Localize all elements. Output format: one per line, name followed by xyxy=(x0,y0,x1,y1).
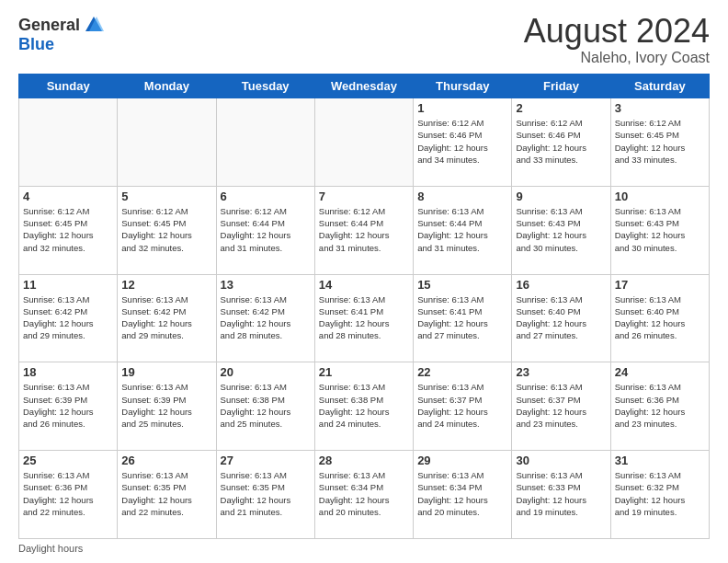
day-number: 1 xyxy=(417,101,507,115)
col-header-thursday: Thursday xyxy=(414,75,512,98)
day-number: 17 xyxy=(615,278,705,292)
calendar-cell: 4Sunrise: 6:12 AM Sunset: 6:45 PM Daylig… xyxy=(19,186,118,274)
day-number: 16 xyxy=(516,278,606,292)
day-number: 31 xyxy=(615,454,705,467)
day-number: 4 xyxy=(23,190,113,203)
day-number: 22 xyxy=(417,365,507,379)
calendar-cell: 18Sunrise: 6:13 AM Sunset: 6:39 PM Dayli… xyxy=(19,362,118,451)
day-info: Sunrise: 6:12 AM Sunset: 6:45 PM Dayligh… xyxy=(615,117,705,166)
calendar-cell: 23Sunrise: 6:13 AM Sunset: 6:37 PM Dayli… xyxy=(512,362,610,451)
calendar-cell: 10Sunrise: 6:13 AM Sunset: 6:43 PM Dayli… xyxy=(610,186,709,274)
calendar-cell xyxy=(216,98,314,187)
day-info: Sunrise: 6:13 AM Sunset: 6:38 PM Dayligh… xyxy=(221,381,311,430)
calendar-cell: 3Sunrise: 6:12 AM Sunset: 6:45 PM Daylig… xyxy=(610,98,709,187)
col-header-wednesday: Wednesday xyxy=(314,75,413,98)
day-info: Sunrise: 6:13 AM Sunset: 6:42 PM Dayligh… xyxy=(121,293,211,342)
day-number: 28 xyxy=(319,454,409,467)
day-number: 19 xyxy=(121,365,211,379)
calendar-cell: 5Sunrise: 6:12 AM Sunset: 6:45 PM Daylig… xyxy=(118,186,216,274)
day-info: Sunrise: 6:13 AM Sunset: 6:41 PM Dayligh… xyxy=(417,293,507,342)
footer: Daylight hours xyxy=(18,543,710,554)
logo-general: General xyxy=(18,16,80,35)
calendar-cell xyxy=(19,98,118,187)
day-info: Sunrise: 6:13 AM Sunset: 6:36 PM Dayligh… xyxy=(615,381,705,430)
calendar-cell: 26Sunrise: 6:13 AM Sunset: 6:35 PM Dayli… xyxy=(118,451,216,539)
calendar-cell: 22Sunrise: 6:13 AM Sunset: 6:37 PM Dayli… xyxy=(414,362,512,451)
day-info: Sunrise: 6:12 AM Sunset: 6:46 PM Dayligh… xyxy=(417,117,507,166)
calendar-cell: 8Sunrise: 6:13 AM Sunset: 6:44 PM Daylig… xyxy=(414,186,512,274)
logo-icon xyxy=(84,15,104,35)
calendar-cell: 31Sunrise: 6:13 AM Sunset: 6:32 PM Dayli… xyxy=(610,451,709,539)
day-number: 24 xyxy=(615,365,705,379)
day-number: 30 xyxy=(516,454,606,467)
calendar-cell: 12Sunrise: 6:13 AM Sunset: 6:42 PM Dayli… xyxy=(118,274,216,362)
day-number: 15 xyxy=(417,278,507,292)
day-number: 14 xyxy=(319,278,409,292)
calendar-cell: 24Sunrise: 6:13 AM Sunset: 6:36 PM Dayli… xyxy=(610,362,709,451)
day-number: 25 xyxy=(23,454,113,467)
day-number: 29 xyxy=(417,454,507,467)
calendar-cell: 2Sunrise: 6:12 AM Sunset: 6:46 PM Daylig… xyxy=(512,98,610,187)
calendar-cell: 16Sunrise: 6:13 AM Sunset: 6:40 PM Dayli… xyxy=(512,274,610,362)
day-info: Sunrise: 6:13 AM Sunset: 6:42 PM Dayligh… xyxy=(221,293,311,342)
day-number: 6 xyxy=(221,190,311,203)
day-info: Sunrise: 6:13 AM Sunset: 6:43 PM Dayligh… xyxy=(516,205,606,254)
calendar-cell: 14Sunrise: 6:13 AM Sunset: 6:41 PM Dayli… xyxy=(314,274,413,362)
day-number: 11 xyxy=(23,278,113,292)
calendar-cell: 13Sunrise: 6:13 AM Sunset: 6:42 PM Dayli… xyxy=(216,274,314,362)
calendar-cell: 25Sunrise: 6:13 AM Sunset: 6:36 PM Dayli… xyxy=(19,451,118,539)
calendar-cell: 17Sunrise: 6:13 AM Sunset: 6:40 PM Dayli… xyxy=(610,274,709,362)
calendar-table: SundayMondayTuesdayWednesdayThursdayFrid… xyxy=(18,74,710,539)
title-block: August 2024 Naleho, Ivory Coast xyxy=(524,15,710,66)
day-info: Sunrise: 6:13 AM Sunset: 6:40 PM Dayligh… xyxy=(516,293,606,342)
logo-blue: Blue xyxy=(18,35,54,54)
calendar-cell: 21Sunrise: 6:13 AM Sunset: 6:38 PM Dayli… xyxy=(314,362,413,451)
calendar-cell: 20Sunrise: 6:13 AM Sunset: 6:38 PM Dayli… xyxy=(216,362,314,451)
page: General Blue August 2024 Naleho, Ivory C… xyxy=(0,0,728,563)
day-number: 10 xyxy=(615,190,705,203)
day-number: 23 xyxy=(516,365,606,379)
col-header-tuesday: Tuesday xyxy=(216,75,314,98)
header: General Blue August 2024 Naleho, Ivory C… xyxy=(18,15,710,66)
day-info: Sunrise: 6:13 AM Sunset: 6:37 PM Dayligh… xyxy=(417,381,507,430)
day-number: 8 xyxy=(417,190,507,203)
day-info: Sunrise: 6:13 AM Sunset: 6:42 PM Dayligh… xyxy=(23,293,113,342)
day-info: Sunrise: 6:13 AM Sunset: 6:34 PM Dayligh… xyxy=(417,469,507,518)
day-info: Sunrise: 6:13 AM Sunset: 6:32 PM Dayligh… xyxy=(615,469,705,518)
col-header-friday: Friday xyxy=(512,75,610,98)
day-number: 7 xyxy=(319,190,409,203)
day-info: Sunrise: 6:13 AM Sunset: 6:35 PM Dayligh… xyxy=(221,469,311,518)
day-number: 13 xyxy=(221,278,311,292)
day-info: Sunrise: 6:13 AM Sunset: 6:39 PM Dayligh… xyxy=(23,381,113,430)
day-number: 2 xyxy=(516,101,606,115)
day-info: Sunrise: 6:13 AM Sunset: 6:36 PM Dayligh… xyxy=(23,469,113,518)
calendar-cell: 1Sunrise: 6:12 AM Sunset: 6:46 PM Daylig… xyxy=(414,98,512,187)
day-info: Sunrise: 6:13 AM Sunset: 6:44 PM Dayligh… xyxy=(417,205,507,254)
day-info: Sunrise: 6:12 AM Sunset: 6:45 PM Dayligh… xyxy=(23,205,113,254)
day-info: Sunrise: 6:12 AM Sunset: 6:45 PM Dayligh… xyxy=(121,205,211,254)
day-number: 18 xyxy=(23,365,113,379)
calendar-cell: 7Sunrise: 6:12 AM Sunset: 6:44 PM Daylig… xyxy=(314,186,413,274)
day-number: 20 xyxy=(221,365,311,379)
col-header-saturday: Saturday xyxy=(610,75,709,98)
day-number: 3 xyxy=(615,101,705,115)
calendar-cell: 6Sunrise: 6:12 AM Sunset: 6:44 PM Daylig… xyxy=(216,186,314,274)
day-info: Sunrise: 6:13 AM Sunset: 6:38 PM Dayligh… xyxy=(319,381,409,430)
day-number: 9 xyxy=(516,190,606,203)
col-header-sunday: Sunday xyxy=(19,75,118,98)
col-header-monday: Monday xyxy=(118,75,216,98)
day-info: Sunrise: 6:13 AM Sunset: 6:35 PM Dayligh… xyxy=(121,469,211,518)
day-info: Sunrise: 6:13 AM Sunset: 6:37 PM Dayligh… xyxy=(516,381,606,430)
day-number: 26 xyxy=(121,454,211,467)
day-info: Sunrise: 6:13 AM Sunset: 6:39 PM Dayligh… xyxy=(121,381,211,430)
calendar-cell: 27Sunrise: 6:13 AM Sunset: 6:35 PM Dayli… xyxy=(216,451,314,539)
day-info: Sunrise: 6:12 AM Sunset: 6:46 PM Dayligh… xyxy=(516,117,606,166)
day-info: Sunrise: 6:12 AM Sunset: 6:44 PM Dayligh… xyxy=(221,205,311,254)
day-number: 12 xyxy=(121,278,211,292)
calendar-cell: 11Sunrise: 6:13 AM Sunset: 6:42 PM Dayli… xyxy=(19,274,118,362)
day-number: 5 xyxy=(121,190,211,203)
calendar-cell xyxy=(118,98,216,187)
day-info: Sunrise: 6:13 AM Sunset: 6:33 PM Dayligh… xyxy=(516,469,606,518)
calendar-cell: 28Sunrise: 6:13 AM Sunset: 6:34 PM Dayli… xyxy=(314,451,413,539)
footer-label: Daylight hours xyxy=(18,543,83,554)
